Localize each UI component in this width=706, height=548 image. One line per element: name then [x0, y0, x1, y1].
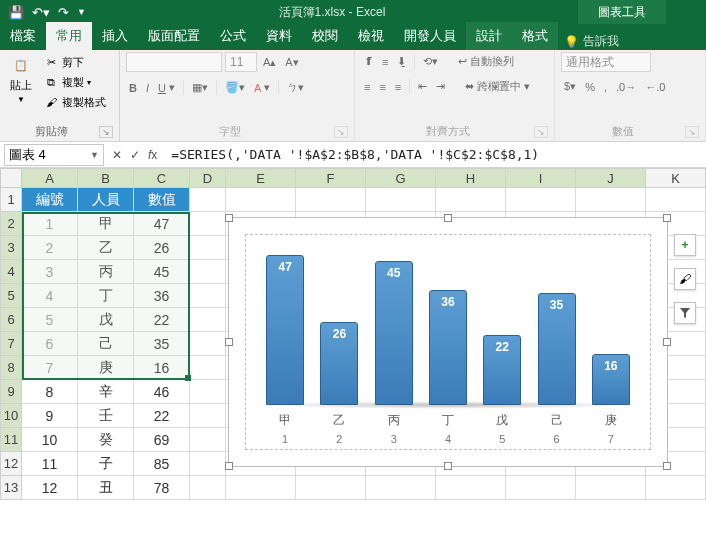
cell-val[interactable]: 78 [134, 476, 190, 500]
cell-val[interactable]: 47 [134, 212, 190, 236]
font-family-select[interactable] [126, 52, 222, 72]
align-top-button[interactable]: ⬆̄ [361, 52, 376, 71]
col-header-G[interactable]: G [366, 168, 436, 188]
tab-format[interactable]: 格式 [512, 22, 558, 50]
format-painter-button[interactable]: 🖌複製格式 [40, 92, 109, 112]
redo-icon[interactable]: ↷ [58, 5, 69, 20]
grow-font-button[interactable]: A▴ [260, 52, 279, 72]
cell-name[interactable]: 壬 [78, 404, 134, 428]
cell-id[interactable]: 1 [22, 212, 78, 236]
resize-handle[interactable] [225, 338, 233, 346]
tab-view[interactable]: 檢視 [348, 22, 394, 50]
col-header-E[interactable]: E [226, 168, 296, 188]
indent-inc-button[interactable]: ⇥ [433, 77, 448, 96]
col-header-C[interactable]: C [134, 168, 190, 188]
resize-handle[interactable] [663, 214, 671, 222]
cell-val[interactable]: 36 [134, 284, 190, 308]
cut-button[interactable]: ✂剪下 [40, 52, 87, 72]
row-header-10[interactable]: 10 [0, 404, 22, 428]
chart-bars[interactable]: 47264536223516 [258, 243, 638, 405]
resize-handle[interactable] [663, 338, 671, 346]
embedded-chart[interactable]: 47264536223516 甲乙丙丁戊己庚 1234567 [228, 217, 668, 467]
currency-button[interactable]: $▾ [561, 78, 579, 95]
align-right-button[interactable]: ≡ [392, 77, 404, 96]
row-header-4[interactable]: 4 [0, 260, 22, 284]
enter-icon[interactable]: ✓ [130, 148, 140, 162]
cell-val[interactable]: 26 [134, 236, 190, 260]
bold-button[interactable]: B [126, 78, 140, 97]
row-header-1[interactable]: 1 [0, 188, 22, 212]
cell-id[interactable]: 8 [22, 380, 78, 404]
cell-val[interactable]: 22 [134, 404, 190, 428]
formula-input[interactable]: =SERIES(,'DATA '!$A$2:$B$8,'DATA '!$C$2:… [165, 147, 706, 162]
resize-handle[interactable] [225, 214, 233, 222]
border-button[interactable]: ▦▾ [189, 78, 211, 97]
row-header-11[interactable]: 11 [0, 428, 22, 452]
resize-handle[interactable] [444, 462, 452, 470]
underline-button[interactable]: U▾ [155, 78, 178, 97]
chart-bar[interactable]: 36 [429, 290, 467, 405]
tab-data[interactable]: 資料 [256, 22, 302, 50]
cell-id[interactable]: 4 [22, 284, 78, 308]
chart-bar[interactable]: 16 [592, 354, 630, 405]
cell-name[interactable]: 丑 [78, 476, 134, 500]
font-size-select[interactable]: 11 [225, 52, 257, 72]
phonetic-button[interactable]: ㄅ▾ [284, 78, 307, 97]
row-header-5[interactable]: 5 [0, 284, 22, 308]
col-header-I[interactable]: I [506, 168, 576, 188]
tab-developer[interactable]: 開發人員 [394, 22, 466, 50]
cancel-icon[interactable]: ✕ [112, 148, 122, 162]
align-left-button[interactable]: ≡ [361, 77, 373, 96]
col-header-A[interactable]: A [22, 168, 78, 188]
col-header-K[interactable]: K [646, 168, 706, 188]
qat-customize-icon[interactable]: ▼ [77, 7, 86, 17]
align-bottom-button[interactable]: ⬇̱ [394, 52, 409, 71]
plot-area[interactable]: 47264536223516 甲乙丙丁戊己庚 1234567 [245, 234, 651, 450]
cell-val[interactable]: 85 [134, 452, 190, 476]
row-header-12[interactable]: 12 [0, 452, 22, 476]
cell-id[interactable]: 11 [22, 452, 78, 476]
launcher-icon[interactable]: ↘ [334, 126, 348, 138]
row-header-7[interactable]: 7 [0, 332, 22, 356]
chart-elements-button[interactable]: + [674, 234, 696, 256]
cell-name[interactable]: 丙 [78, 260, 134, 284]
dec-decimal-button[interactable]: ←.0 [642, 78, 668, 95]
merge-center-button[interactable]: ⬌ 跨欄置中▾ [462, 77, 533, 96]
launcher-icon[interactable]: ↘ [534, 126, 548, 138]
cell-name[interactable]: 己 [78, 332, 134, 356]
row-header-8[interactable]: 8 [0, 356, 22, 380]
chart-bar[interactable]: 26 [320, 322, 358, 405]
tab-design[interactable]: 設計 [466, 22, 512, 50]
cell-id[interactable]: 10 [22, 428, 78, 452]
cell-val[interactable]: 69 [134, 428, 190, 452]
fx-icon[interactable]: fx [148, 148, 157, 162]
tell-me[interactable]: 💡告訴我 [564, 33, 619, 50]
orientation-button[interactable]: ⟲▾ [420, 52, 441, 71]
cell-name[interactable]: 戊 [78, 308, 134, 332]
row-header-2[interactable]: 2 [0, 212, 22, 236]
chart-bar[interactable]: 35 [538, 293, 576, 405]
number-format-select[interactable]: 通用格式 [561, 52, 651, 72]
col-header-F[interactable]: F [296, 168, 366, 188]
cell-id[interactable]: 12 [22, 476, 78, 500]
cell-name[interactable]: 乙 [78, 236, 134, 260]
col-header-J[interactable]: J [576, 168, 646, 188]
chevron-down-icon[interactable]: ▼ [90, 150, 99, 160]
chart-bar[interactable]: 22 [483, 335, 521, 405]
tab-home[interactable]: 常用 [46, 22, 92, 50]
resize-handle[interactable] [225, 462, 233, 470]
cell-id[interactable]: 7 [22, 356, 78, 380]
font-color-button[interactable]: A▾ [251, 78, 273, 97]
tab-layout[interactable]: 版面配置 [138, 22, 210, 50]
undo-icon[interactable]: ↶▾ [32, 5, 50, 20]
name-box[interactable]: 圖表 4▼ [4, 144, 104, 166]
chart-bar[interactable]: 45 [375, 261, 413, 405]
cell-id[interactable]: 2 [22, 236, 78, 260]
cell-id[interactable]: 3 [22, 260, 78, 284]
resize-handle[interactable] [663, 462, 671, 470]
launcher-icon[interactable]: ↘ [99, 126, 113, 138]
cell-name[interactable]: 庚 [78, 356, 134, 380]
copy-button[interactable]: ⧉複製▾ [40, 72, 94, 92]
align-middle-button[interactable]: ≡ [379, 52, 391, 71]
chart-filters-button[interactable] [674, 302, 696, 324]
